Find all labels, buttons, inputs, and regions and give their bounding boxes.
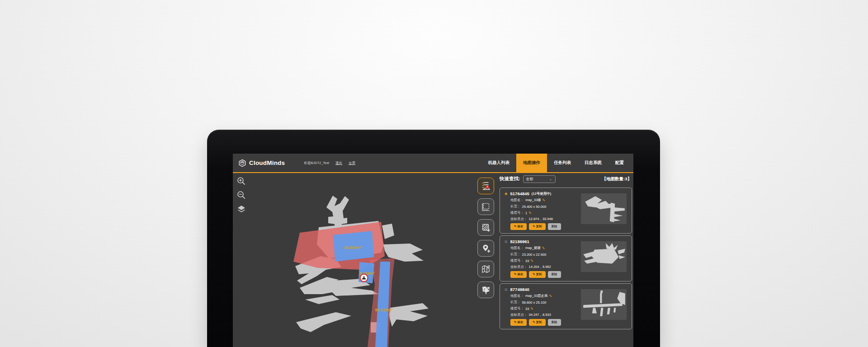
- map-thumbnail-image: [581, 241, 627, 272]
- edit-pencil-icon[interactable]: ✎: [542, 246, 545, 250]
- edit-pencil-icon[interactable]: ✎: [530, 259, 533, 263]
- map-card-2[interactable]: ☆ 82186961 地图名： map_腿腿 ✎ 长宽： 23.200 x 22…: [500, 235, 632, 281]
- card-buttons: ✎ 修改 ✎ 复制 删除: [510, 319, 561, 326]
- quick-find-label: 快速查找:: [500, 176, 520, 182]
- map-filter-value: 全部: [526, 177, 533, 182]
- logout-link[interactable]: 退出: [335, 161, 342, 165]
- map-status: (12号使用中): [532, 192, 551, 196]
- map-card-list: ★ 51764845 (12号使用中) 地图名： map_33楼 ✎ 长宽： 2…: [500, 188, 632, 329]
- measure-button[interactable]: [477, 198, 494, 215]
- quick-find-row: 快速查找: 全部 ⌄ 【地图数量:3】: [500, 173, 632, 185]
- map-card-1[interactable]: ★ 51764845 (12号使用中) 地图名： map_33楼 ✎ 长宽： 2…: [500, 188, 632, 234]
- delete-button[interactable]: 删除: [548, 319, 561, 326]
- zoom-in-icon[interactable]: [236, 176, 246, 186]
- modify-button[interactable]: ✎ 修改: [510, 271, 527, 278]
- favorite-star-icon[interactable]: ☆: [504, 287, 508, 292]
- layers-icon[interactable]: [236, 204, 246, 214]
- edit-pencil-icon[interactable]: ✎: [528, 211, 532, 215]
- favorite-star-icon[interactable]: ☆: [504, 239, 508, 244]
- tab-config[interactable]: 配置: [609, 154, 631, 172]
- delete-button[interactable]: 删除: [548, 223, 561, 230]
- tab-map-operation[interactable]: 地图操作: [516, 154, 547, 172]
- map-id: 87749840: [510, 287, 529, 292]
- edit-pencil-icon[interactable]: ✎: [530, 307, 533, 311]
- robot-position-marker[interactable]: [360, 274, 368, 282]
- tab-robot-list[interactable]: 机器人列表: [481, 154, 517, 172]
- edit-pencil-icon[interactable]: ✎: [542, 198, 546, 202]
- add-region-icon: [481, 223, 491, 233]
- modify-button[interactable]: ✎ 修改: [510, 319, 527, 326]
- zoom-out-icon[interactable]: [236, 190, 246, 200]
- card-buttons: ✎ 修改 ✎ 复制 删除: [510, 271, 561, 278]
- logo-text: CloudMinds: [249, 159, 285, 166]
- map-list-button[interactable]: [477, 178, 494, 194]
- area-label-3: 80.215m²: [375, 308, 393, 312]
- fullscreen-link[interactable]: 全屏: [349, 161, 355, 165]
- copy-button[interactable]: ✎ 复制: [529, 271, 545, 278]
- map-list-icon: [481, 181, 491, 191]
- copy-button[interactable]: ✎ 复制: [529, 223, 545, 230]
- top-header: CloudMinds 欢迎BJDT2_Test 退出 全屏 机器人列表 地图操作…: [233, 154, 633, 172]
- map-thumbnail[interactable]: [581, 241, 627, 272]
- edit-pencil-icon[interactable]: ✎: [549, 294, 552, 298]
- add-point-icon: [481, 244, 491, 253]
- measure-icon: [481, 202, 491, 212]
- session-group: 欢迎BJDT2_Test 退出 全屏: [304, 161, 355, 165]
- map-id: 82186961: [510, 239, 529, 244]
- add-region-button[interactable]: [477, 219, 494, 236]
- area-label-1: 40.519m²: [344, 245, 362, 250]
- upload-map-icon: [481, 285, 491, 295]
- app-screen: CloudMinds 欢迎BJDT2_Test 退出 全屏 机器人列表 地图操作…: [233, 154, 633, 347]
- map-card-3[interactable]: ☆ 87749840 地图名： map_33层走廊 ✎ 长宽： 56.600 x…: [500, 283, 632, 329]
- map-list-panel: 快速查找: 全部 ⌄ 【地图数量:3】 ★ 51764845 (12号使用中): [500, 173, 632, 329]
- header-accent-rule: [233, 172, 633, 173]
- map-canvas[interactable]: 40.519m² 8.614m² 80.215m²: [233, 173, 477, 347]
- map-thumbnail-image: [581, 289, 627, 320]
- cloudminds-cube-icon: [238, 159, 246, 167]
- map-marker-button[interactable]: [477, 261, 494, 277]
- chevron-down-icon: ⌄: [549, 178, 552, 180]
- map-marker-icon: [481, 264, 491, 274]
- map-zoom-tools: [236, 176, 246, 214]
- tab-task-list[interactable]: 任务列表: [547, 154, 578, 172]
- tab-log-system[interactable]: 日志系统: [578, 154, 609, 172]
- favorite-star-icon[interactable]: ★: [504, 191, 508, 196]
- welcome-text: 欢迎BJDT2_Test: [304, 161, 329, 165]
- map-thumbnail-image: [581, 193, 627, 224]
- card-buttons: ✎ 修改 ✎ 复制 删除: [510, 223, 561, 230]
- map-thumbnail[interactable]: [581, 193, 627, 224]
- copy-button[interactable]: ✎ 复制: [529, 319, 545, 326]
- map-action-toolbar: [477, 178, 494, 298]
- map-id: 51764845: [510, 191, 529, 196]
- cloudminds-logo: CloudMinds: [238, 159, 285, 167]
- map-filter-dropdown[interactable]: 全部 ⌄: [523, 175, 556, 183]
- map-thumbnail[interactable]: [581, 289, 627, 320]
- add-point-button[interactable]: [477, 240, 494, 257]
- laptop-frame: CloudMinds 欢迎BJDT2_Test 退出 全屏 机器人列表 地图操作…: [207, 130, 660, 347]
- upload-map-button[interactable]: [477, 281, 494, 298]
- map-count-badge: 【地图数量:3】: [602, 176, 632, 182]
- delete-button[interactable]: 删除: [548, 271, 561, 278]
- modify-button[interactable]: ✎ 修改: [510, 223, 527, 230]
- nav-tabs: 机器人列表 地图操作 任务列表 日志系统 配置: [481, 154, 634, 172]
